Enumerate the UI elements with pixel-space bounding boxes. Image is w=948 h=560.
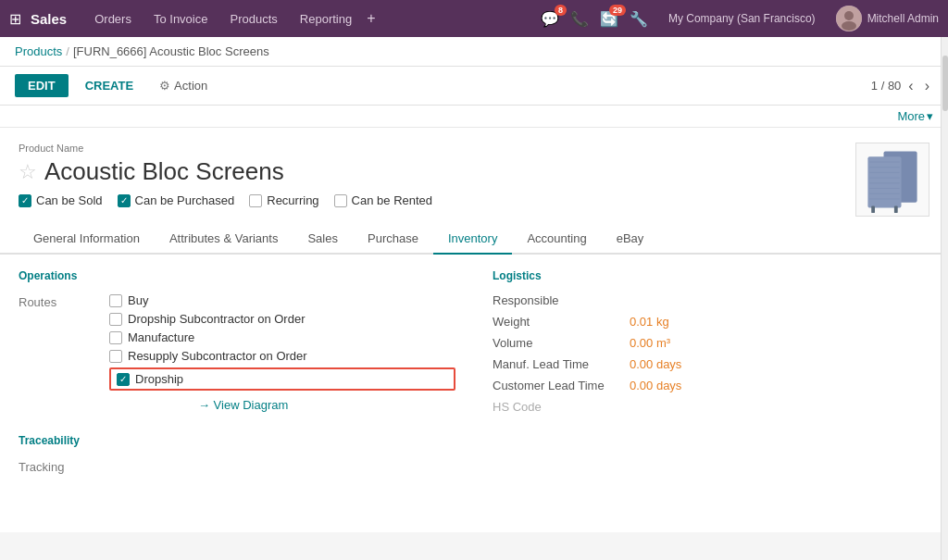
can-be-purchased-label: Can be Purchased (135, 193, 235, 207)
grid-icon[interactable]: ⊞ (9, 10, 21, 28)
can-be-rented-checkbox[interactable] (334, 194, 347, 207)
resupply-subcontractor-checkbox[interactable] (109, 350, 122, 363)
breadcrumb: Products / [FURN_6666] Acoustic Bloc Scr… (0, 37, 948, 67)
chat-icon[interactable]: 💬 8 (541, 10, 559, 28)
svg-rect-4 (867, 156, 901, 207)
nav-orders[interactable]: Orders (85, 12, 141, 26)
breadcrumb-separator: / (66, 44, 69, 58)
edit-button[interactable]: EDIT (15, 74, 69, 97)
recurring-checkbox[interactable] (249, 194, 262, 207)
product-info: Product Name ☆ Acoustic Bloc Screens ✓ C… (19, 143, 841, 207)
routes-label: Routes (19, 293, 102, 309)
tabs-bar: General Information Attributes & Variant… (0, 224, 948, 255)
nav-add-icon[interactable]: + (367, 10, 375, 27)
responsible-label: Responsible (493, 293, 622, 307)
hs-code-label: HS Code (493, 400, 622, 414)
action-menu[interactable]: ⚙ Action (159, 79, 207, 93)
tab-inventory[interactable]: Inventory (433, 224, 512, 255)
tracking-field: Tracking (19, 458, 455, 474)
routes-list: Buy Dropship Subcontractor on Order Manu… (109, 293, 455, 391)
volume-label: Volume (493, 336, 622, 350)
dropship-subcontractor-label: Dropship Subcontractor on Order (128, 312, 305, 326)
tracking-label: Tracking (19, 458, 102, 474)
favorite-star-icon[interactable]: ☆ (19, 160, 37, 184)
breadcrumb-parent[interactable]: Products (15, 44, 62, 58)
logistics-section: Logistics Responsible Weight 0.01 kg Vol… (493, 269, 929, 481)
customer-lead-row: Customer Lead Time 0.00 days (493, 379, 929, 392)
weight-row: Weight 0.01 kg (493, 315, 929, 329)
routes-value: Buy Dropship Subcontractor on Order Manu… (109, 293, 455, 412)
tab-attributes-variants[interactable]: Attributes & Variants (155, 224, 293, 255)
resupply-subcontractor-label: Resupply Subcontractor on Order (128, 349, 307, 363)
clock-icon[interactable]: 🔄 29 (600, 10, 618, 28)
chat-badge: 8 (555, 5, 567, 16)
scrollbar-thumb[interactable] (942, 106, 948, 111)
tab-purchase[interactable]: Purchase (353, 224, 433, 255)
traceability-section: Traceability Tracking (19, 434, 455, 474)
traceability-title: Traceability (19, 434, 455, 447)
settings-icon[interactable]: 🔧 (630, 10, 648, 28)
user-menu[interactable]: Mitchell Admin (836, 6, 939, 31)
route-resupply-subcontractor: Resupply Subcontractor on Order (109, 349, 455, 363)
route-buy: Buy (109, 293, 455, 307)
clock-badge: 29 (609, 5, 626, 16)
action-label: Action (174, 79, 207, 93)
main-content: More ▾ Product Name ☆ Acoustic Bloc Scre… (0, 106, 948, 532)
routes-field: Routes Buy Dropship Subcontractor on Ord… (19, 293, 455, 412)
flag-can-be-sold: ✓ Can be Sold (19, 193, 103, 207)
create-button[interactable]: CREATE (76, 74, 143, 97)
toolbar: EDIT CREATE ⚙ Action 1 / 80 ‹ › (0, 67, 948, 106)
view-diagram-text: → View Diagram (198, 398, 288, 412)
dropship-label: Dropship (135, 372, 183, 386)
more-button[interactable]: More ▾ (897, 109, 933, 123)
prev-button[interactable]: ‹ (904, 76, 917, 96)
nav-to-invoice[interactable]: To Invoice (144, 12, 218, 26)
can-be-sold-checkbox[interactable]: ✓ (19, 194, 31, 207)
more-bar: More ▾ (0, 106, 948, 128)
tab-sales[interactable]: Sales (293, 224, 353, 255)
product-flags: ✓ Can be Sold ✓ Can be Purchased Recurri… (19, 193, 841, 207)
product-title-text: Acoustic Bloc Screens (44, 157, 284, 186)
scrollbar-track[interactable] (941, 106, 948, 532)
can-be-sold-label: Can be Sold (36, 193, 103, 207)
volume-value: 0.00 m³ (630, 336, 670, 350)
user-avatar (836, 6, 862, 31)
hs-code-row: HS Code (493, 400, 929, 414)
next-button[interactable]: › (921, 76, 933, 96)
route-dropship-subcontractor: Dropship Subcontractor on Order (109, 312, 455, 326)
top-nav: ⊞ Sales Orders To Invoice Products Repor… (0, 0, 948, 37)
responsible-row: Responsible (493, 293, 929, 307)
nav-icons: 💬 8 📞 🔄 29 🔧 My Company (San Francisco) … (541, 6, 939, 31)
pagination: 1 / 80 ‹ › (871, 76, 933, 96)
more-chevron-icon: ▾ (927, 109, 933, 123)
recurring-label: Recurring (267, 193, 318, 207)
tab-accounting[interactable]: Accounting (512, 224, 601, 255)
dropship-checkbox[interactable]: ✓ (117, 373, 130, 386)
inventory-tab-content: Operations Routes Buy Dropship Subcontra… (0, 255, 948, 496)
svg-point-2 (842, 21, 856, 31)
can-be-purchased-checkbox[interactable]: ✓ (118, 194, 131, 207)
route-dropship: ✓ Dropship (109, 367, 455, 391)
view-diagram-link[interactable]: → View Diagram (198, 398, 455, 412)
nav-reporting[interactable]: Reporting (291, 12, 361, 26)
tab-ebay[interactable]: eBay (602, 224, 659, 255)
flag-can-be-rented: Can be Rented (334, 193, 432, 207)
operations-title: Operations (19, 269, 455, 282)
svg-rect-13 (871, 206, 875, 214)
svg-rect-14 (894, 206, 898, 214)
tab-general-information[interactable]: General Information (19, 224, 155, 255)
buy-checkbox[interactable] (109, 294, 122, 307)
weight-label: Weight (493, 315, 622, 329)
manuf-lead-row: Manuf. Lead Time 0.00 days (493, 357, 929, 371)
svg-point-1 (844, 11, 854, 20)
phone-icon[interactable]: 📞 (570, 10, 589, 28)
company-name: My Company (San Francisco) (668, 12, 816, 25)
nav-products[interactable]: Products (220, 12, 286, 26)
weight-value: 0.01 kg (630, 315, 669, 329)
manuf-lead-value: 0.00 days (630, 357, 681, 371)
manufacture-checkbox[interactable] (109, 331, 122, 344)
dropship-subcontractor-checkbox[interactable] (109, 313, 122, 326)
manuf-lead-label: Manuf. Lead Time (493, 357, 622, 371)
product-header: Product Name ☆ Acoustic Bloc Screens ✓ C… (0, 128, 948, 224)
app-name[interactable]: Sales (31, 11, 67, 27)
